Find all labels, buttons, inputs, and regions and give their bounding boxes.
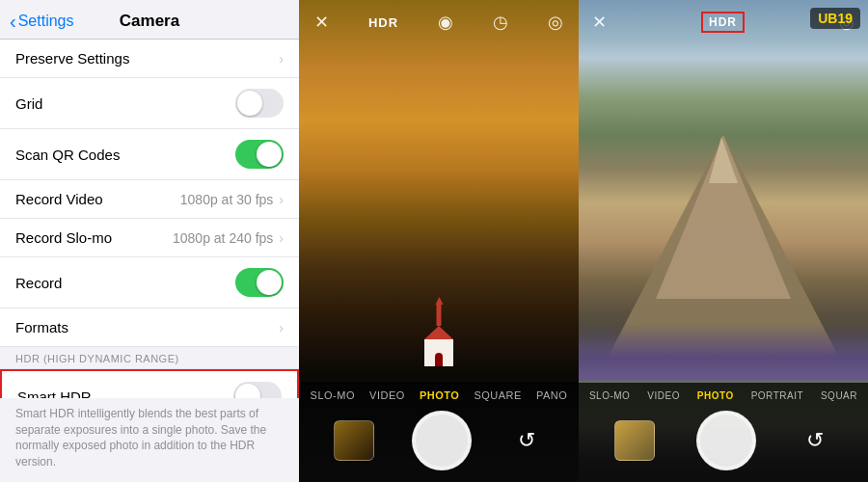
- settings-page-title: Camera: [120, 12, 179, 31]
- toggle-knob: [235, 384, 260, 398]
- record-slomo-label: Record Slo-mo: [15, 229, 112, 246]
- formats-row[interactable]: Formats ›: [0, 308, 299, 347]
- record-video-row[interactable]: Record Video 1080p at 30 fps ›: [0, 180, 299, 219]
- settings-icon[interactable]: ◎: [548, 12, 563, 33]
- grid-toggle[interactable]: [235, 89, 284, 118]
- mode-square-right[interactable]: SQUAR: [821, 390, 857, 401]
- camera-bottom-right: SLO-MO VIDEO PHOTO PORTRAIT SQUAR ↺: [579, 383, 868, 482]
- smart-hdr-toggle[interactable]: [233, 382, 282, 398]
- camera-controls-right: ↺: [579, 405, 868, 474]
- hdr-description: Smart HDR intelligently blends the best …: [0, 398, 299, 482]
- formats-value: ›: [279, 320, 284, 335]
- timer-icon[interactable]: ◷: [493, 12, 508, 33]
- camera-modes-right: SLO-MO VIDEO PHOTO PORTRAIT SQUAR: [579, 383, 868, 405]
- church-illustration: [424, 339, 453, 366]
- camera-panel-middle: ✕ HDR ◉ ◷ ◎ SLO-MO VIDEO PHOTO SQUARE PA…: [299, 0, 579, 482]
- watermark-badge: UB19: [810, 8, 860, 29]
- settings-list: Preserve Settings › Grid Scan QR Codes R…: [0, 40, 299, 398]
- mode-video-right[interactable]: VIDEO: [647, 390, 680, 401]
- shutter-button-middle[interactable]: [412, 411, 472, 470]
- settings-back-button[interactable]: ‹ Settings: [10, 11, 73, 33]
- flip-icon-right: ↺: [806, 428, 824, 453]
- back-label: Settings: [18, 13, 74, 30]
- camera-top-bar-middle: ✕ HDR ◉ ◷ ◎: [299, 0, 579, 44]
- camera-controls-middle: ↺: [299, 405, 579, 474]
- record-video-value: 1080p at 30 fps ›: [180, 192, 284, 207]
- record-video-text: 1080p at 30 fps: [180, 192, 274, 207]
- record-slomo-value: 1080p at 240 fps ›: [173, 230, 284, 246]
- formats-label: Formats: [15, 319, 68, 335]
- watermark-text: UB19: [818, 11, 853, 26]
- grid-label: Grid: [15, 95, 42, 112]
- toggle-knob: [257, 270, 282, 295]
- church-steeple-top: [435, 297, 443, 305]
- record-video-label: Record Video: [15, 191, 103, 207]
- church-door: [435, 353, 443, 366]
- mode-slomo-right[interactable]: SLO-MO: [589, 390, 630, 401]
- live-icon[interactable]: ◉: [438, 12, 453, 33]
- chevron-icon: ›: [279, 320, 284, 335]
- mode-pano[interactable]: PANO: [536, 389, 567, 401]
- grid-row: Grid: [0, 78, 299, 129]
- hdr-badge-active[interactable]: HDR: [701, 12, 745, 33]
- shutter-button-right[interactable]: [696, 411, 756, 470]
- church-steeple: [437, 305, 442, 326]
- scan-qr-row: Scan QR Codes: [0, 129, 299, 180]
- scan-qr-label: Scan QR Codes: [15, 147, 120, 163]
- toggle-knob: [237, 91, 262, 116]
- smart-hdr-row: Smart HDR: [0, 369, 299, 398]
- mode-slomo[interactable]: SLO-MO: [311, 389, 355, 401]
- mode-portrait-right[interactable]: PORTRAIT: [751, 390, 803, 401]
- thumbnail-preview-right[interactable]: [614, 420, 655, 461]
- record-row: Record: [0, 257, 299, 308]
- chevron-icon: ›: [279, 192, 284, 207]
- camera-modes-middle: SLO-MO VIDEO PHOTO SQUARE PANO: [299, 382, 579, 405]
- chevron-icon: ›: [279, 51, 284, 67]
- church-roof: [424, 326, 453, 339]
- chevron-icon: ›: [279, 230, 284, 246]
- record-slomo-row[interactable]: Record Slo-mo 1080p at 240 fps ›: [0, 219, 299, 257]
- preserve-settings-row[interactable]: Preserve Settings ›: [0, 40, 299, 78]
- flip-camera-button-right[interactable]: ↺: [798, 423, 832, 458]
- settings-header: ‹ Settings Camera: [0, 0, 299, 40]
- hdr-badge-middle[interactable]: HDR: [368, 15, 398, 30]
- flash-icon[interactable]: ✕: [314, 12, 329, 33]
- flip-camera-button-middle[interactable]: ↺: [509, 423, 544, 458]
- mode-photo-right[interactable]: PHOTO: [697, 390, 734, 401]
- flowers-area: [579, 323, 868, 381]
- hdr-section-label: HDR (HIGH DYNAMIC RANGE): [0, 347, 299, 369]
- church-body: [424, 339, 453, 366]
- camera-bottom-middle: SLO-MO VIDEO PHOTO SQUARE PANO ↺: [299, 382, 579, 482]
- flash-icon-right[interactable]: ✕: [592, 12, 607, 33]
- thumbnail-preview-middle[interactable]: [334, 420, 374, 461]
- preserve-settings-label: Preserve Settings: [15, 50, 129, 67]
- scan-qr-toggle[interactable]: [235, 140, 284, 169]
- mode-video[interactable]: VIDEO: [369, 389, 405, 401]
- mode-square[interactable]: SQUARE: [474, 389, 521, 401]
- record-toggle[interactable]: [235, 268, 284, 297]
- record-slomo-text: 1080p at 240 fps: [173, 230, 273, 246]
- settings-panel: ‹ Settings Camera Preserve Settings › Gr…: [0, 0, 299, 482]
- smart-hdr-label: Smart HDR: [17, 388, 92, 398]
- mode-photo[interactable]: PHOTO: [420, 389, 459, 401]
- camera-panel-right: UB19 ✕ HDR ◎ SLO-MO VIDEO PHOTO PORTRAIT…: [579, 0, 868, 482]
- preserve-settings-value: ›: [279, 51, 284, 67]
- record-label: Record: [15, 275, 62, 291]
- flip-icon: ↺: [518, 428, 535, 453]
- back-chevron-icon: ‹: [10, 11, 16, 33]
- toggle-knob: [257, 142, 282, 167]
